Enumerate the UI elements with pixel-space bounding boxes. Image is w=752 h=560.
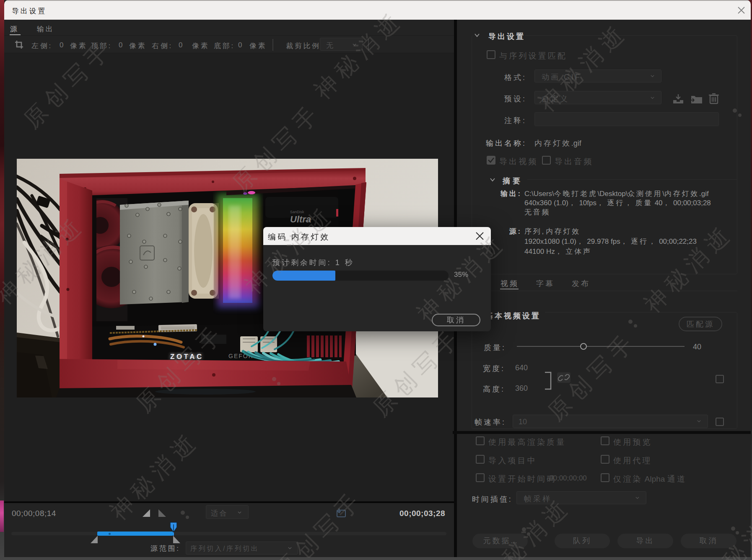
svg-text:SanDisk: SanDisk	[290, 210, 304, 214]
svg-text:Ultra: Ultra	[290, 214, 311, 225]
svg-text:ZOTAC: ZOTAC	[170, 353, 204, 361]
